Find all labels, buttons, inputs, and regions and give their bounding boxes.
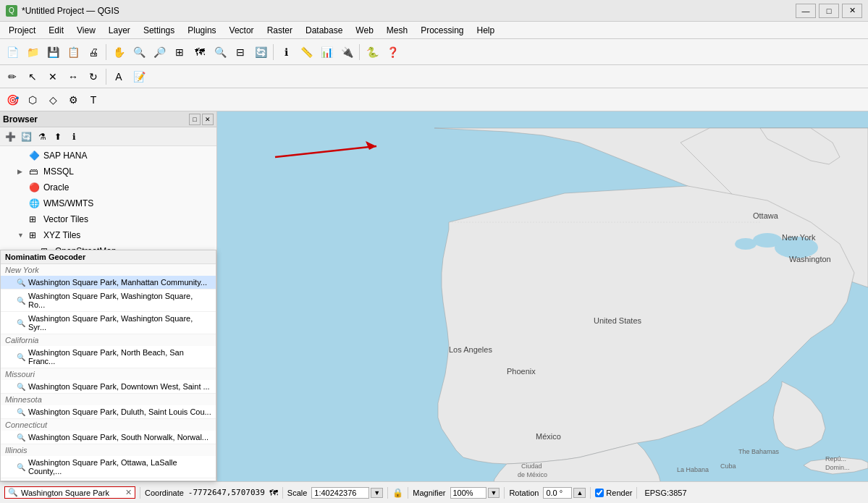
window-controls[interactable]: — □ ✕: [796, 4, 862, 18]
browser-collapse-btn[interactable]: ⬆: [51, 130, 65, 144]
status-search-input[interactable]: [21, 489, 122, 497]
menu-view[interactable]: View: [71, 24, 101, 37]
zoom-selection-btn[interactable]: 🔍: [211, 43, 229, 62]
pan-btn[interactable]: ✋: [109, 43, 128, 62]
geocoder-state-ca: California: [1, 334, 216, 346]
menu-plugins[interactable]: Plugins: [182, 24, 222, 37]
tree-oracle-label: Oracle: [43, 182, 69, 193]
status-sep-6: [590, 487, 591, 499]
status-search-box[interactable]: 🔍 ✕: [4, 486, 135, 499]
geocoder-result-4[interactable]: 🔍 Washington Square Park, Downtown West,…: [1, 380, 216, 394]
map-label-cuba: Cuba: [720, 462, 736, 470]
tree-wms[interactable]: 🌐 WMS/WMTS: [0, 195, 216, 211]
zoom-out-btn[interactable]: 🔎: [150, 43, 169, 62]
refresh-btn[interactable]: 🔄: [251, 43, 270, 62]
status-sep-3: [387, 487, 388, 499]
menu-layer[interactable]: Layer: [103, 24, 136, 37]
menu-project[interactable]: Project: [3, 24, 41, 37]
browser-filter-btn[interactable]: ⚗: [35, 130, 49, 144]
magnifier-dropdown-btn[interactable]: ▼: [488, 488, 500, 498]
save-as-btn[interactable]: 📋: [64, 43, 83, 62]
move-btn[interactable]: ↔: [64, 67, 83, 86]
tree-xyz-tiles[interactable]: ▼ ⊞ XYZ Tiles: [0, 227, 216, 243]
scale-input[interactable]: [311, 487, 369, 499]
menu-help[interactable]: Help: [471, 24, 501, 37]
minimize-button[interactable]: —: [796, 4, 816, 18]
tree-oracle[interactable]: 🔴 Oracle: [0, 179, 216, 195]
browser-toolbar: ➕ 🔄 ⚗ ⬆ ℹ: [0, 127, 216, 146]
geocoder-result-8[interactable]: 🔍 Washington Square Park, River Forest, …: [1, 478, 216, 481]
menu-mesh[interactable]: Mesh: [381, 24, 413, 37]
geocoder-result-3[interactable]: 🔍 Washington Square Park, North Beach, S…: [1, 346, 216, 368]
snap-btn[interactable]: 🎯: [3, 90, 22, 109]
status-clear-btn[interactable]: ✕: [125, 488, 132, 497]
epsg-button[interactable]: EPSG:3857: [641, 489, 689, 497]
menu-edit[interactable]: Edit: [43, 24, 69, 37]
help-btn[interactable]: ❓: [383, 43, 402, 62]
geocoder-result-7[interactable]: 🔍 Washington Square Park, Ottawa, LaSall…: [1, 456, 216, 478]
browser-add-btn[interactable]: ➕: [3, 130, 17, 144]
deselect-btn[interactable]: ✕: [43, 67, 62, 86]
geocoder-result-5[interactable]: 🔍 Washington Square Park, Duluth, Saint …: [1, 405, 216, 419]
python-btn[interactable]: 🐍: [363, 43, 382, 62]
menu-raster[interactable]: Raster: [261, 24, 298, 37]
rotation-up-btn[interactable]: ▲: [573, 488, 586, 498]
save-project-btn[interactable]: 💾: [43, 43, 62, 62]
new-project-btn[interactable]: 📄: [3, 43, 22, 62]
plugins-btn[interactable]: 🔌: [337, 43, 356, 62]
geocoder-result-2[interactable]: 🔍 Washington Square Park, Washington Squ…: [1, 312, 216, 334]
geocoder-result-text-0: Washington Square Park, Manhattan Commun…: [28, 278, 207, 287]
measure-btn[interactable]: 📏: [297, 43, 316, 62]
tree-sap-hana[interactable]: 🔷 SAP HANA: [0, 148, 216, 164]
menu-web[interactable]: Web: [350, 24, 379, 37]
geocoder-search-icon-4: 🔍: [17, 383, 25, 391]
node-btn[interactable]: ⬡: [23, 90, 42, 109]
rotation-input[interactable]: [543, 487, 572, 499]
browser-refresh-btn[interactable]: 🔄: [19, 130, 33, 144]
menu-settings[interactable]: Settings: [138, 24, 180, 37]
tree-vector-tiles[interactable]: ⊞ Vector Tiles: [0, 211, 216, 227]
browser-close-btn[interactable]: ✕: [202, 114, 214, 125]
geocoder-result-text-8: Washington Square Park, River Forest, Co…: [28, 481, 211, 481]
open-project-btn[interactable]: 📁: [23, 43, 42, 62]
geocoder-search-icon-2: 🔍: [17, 319, 25, 327]
scale-dropdown-btn[interactable]: ▼: [371, 488, 383, 498]
map-label-bahamas: The Bahamas: [738, 448, 780, 455]
geocoder-result-text-7: Washington Square Park, Ottawa, LaSalle …: [28, 458, 211, 475]
label-btn[interactable]: A: [109, 67, 128, 86]
maximize-button[interactable]: □: [819, 4, 839, 18]
toolbar-2: ✏ ↖ ✕ ↔ ↻ A 📝: [0, 65, 868, 88]
map-label-ny: New York: [782, 233, 816, 242]
magnifier-input[interactable]: [450, 487, 486, 499]
map-area[interactable]: New York Washington Ottawa United States…: [217, 111, 868, 481]
render-checkbox[interactable]: [595, 489, 604, 497]
identify-btn[interactable]: ℹ: [277, 43, 295, 62]
toolbar-1: 📄 📁 💾 📋 🖨 ✋ 🔍 🔎 ⊞ 🗺 🔍 ⊟ 🔄 ℹ 📏 📊 🔌 🐍 ❓: [0, 39, 868, 65]
close-button[interactable]: ✕: [842, 4, 862, 18]
zoom-in-btn[interactable]: 🔍: [130, 43, 148, 62]
zoom-extent-btn[interactable]: ⊞: [170, 43, 189, 62]
menu-vector[interactable]: Vector: [224, 24, 260, 37]
tree-mssql[interactable]: ▶ 🗃 MSSQL: [0, 164, 216, 179]
map-label-habana: La Habana: [677, 466, 709, 473]
browser-panel: Browser □ ✕ ➕ 🔄 ⚗ ⬆ ℹ 🔷 SAP HANA ▶ 🗃 MSS…: [0, 111, 217, 481]
digitize-btn[interactable]: ✏: [3, 67, 22, 86]
rotate-btn[interactable]: ↻: [84, 67, 103, 86]
menu-processing[interactable]: Processing: [415, 24, 469, 37]
geocoder-result-6[interactable]: 🔍 Washington Square Park, South Norwalk,…: [1, 431, 216, 444]
statistics-btn[interactable]: 📊: [317, 43, 336, 62]
browser-info-btn[interactable]: ℹ: [67, 130, 81, 144]
zoom-native-btn[interactable]: ⊟: [231, 43, 250, 62]
browser-dock-btn[interactable]: □: [189, 114, 201, 125]
browser-controls[interactable]: □ ✕: [189, 114, 214, 125]
geocoder-result-1[interactable]: 🔍 Washington Square Park, Washington Squ…: [1, 289, 216, 312]
text-btn[interactable]: T: [84, 90, 103, 109]
zoom-layer-btn[interactable]: 🗺: [190, 43, 209, 62]
menu-database[interactable]: Database: [300, 24, 348, 37]
print-btn[interactable]: 🖨: [84, 43, 103, 62]
select-btn[interactable]: ↖: [23, 67, 42, 86]
advanced-btn[interactable]: ⚙: [64, 90, 83, 109]
vertex-btn[interactable]: ◇: [43, 90, 62, 109]
geocoder-result-0[interactable]: 🔍 Washington Square Park, Manhattan Comm…: [1, 276, 216, 289]
annotation-btn[interactable]: 📝: [130, 67, 148, 86]
